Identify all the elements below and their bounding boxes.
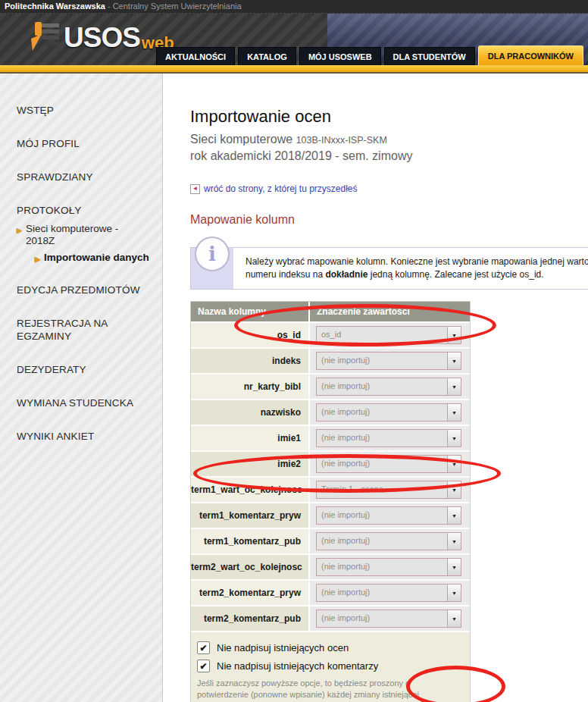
sidebar-item-dezyderaty[interactable]: DEZYDERATY — [17, 363, 145, 376]
mapping-select-nr-karty-bibl[interactable]: (nie importuj) ▼ — [316, 378, 461, 396]
protokoly-submenu: ▶ Sieci komputerowe - 2018Z ▶ Importowan… — [17, 223, 162, 265]
info-line-2: numeru indeksu na dokładnie jedną kolumn… — [246, 268, 588, 281]
table-row: term1_komentarz_pryw (nie importuj) ▼ — [191, 503, 470, 528]
sidebar-subitem-importowanie-danych[interactable]: ▶ Importowanie danych — [35, 252, 162, 265]
sidebar-subitem-label: Sieci komputerowe - 2018Z — [26, 223, 132, 247]
usos-logo-icon — [29, 20, 59, 56]
mapping-select-term1-wart-oc-kolejnosc[interactable]: Termin 1 - ocena ▼ — [316, 481, 461, 499]
tab-katalog[interactable]: KATALOG — [238, 47, 296, 65]
term-subtitle: rok akademicki 2018/2019 - sem. zimowy — [190, 149, 588, 163]
dropdown-arrow-icon[interactable]: ▼ — [447, 533, 461, 550]
main-nav-tabs: AKTUALNOŚCI KATALOG MÓJ USOSWEB DLA STUD… — [153, 45, 583, 65]
checkbox-label: Nie nadpisuj istniejących ocen — [217, 642, 349, 653]
info-line-1: Należy wybrać mapowanie kolumn. Konieczn… — [246, 255, 588, 268]
system-name: Centralny System Uwierzytelniania — [113, 2, 242, 11]
back-link-text[interactable]: wróć do strony, z której tu przyszedłeś — [204, 183, 358, 194]
dropdown-arrow-icon[interactable]: ▼ — [447, 559, 461, 575]
institution-name: Politechnika Warszawska — [5, 2, 105, 11]
mapping-select-nazwisko[interactable]: (nie importuj) ▼ — [316, 403, 461, 422]
info-box-text: Należy wybrać mapowanie kolumn. Konieczn… — [233, 248, 588, 289]
dropdown-arrow-icon[interactable]: ▼ — [447, 404, 461, 421]
mapping-select-term1-komentarz-pryw[interactable]: (nie importuj) ▼ — [316, 506, 461, 525]
tab-dla-studentow[interactable]: DLA STUDENTÓW — [384, 47, 475, 65]
table-row: indeks (nie importuj) ▼ — [191, 349, 470, 373]
section-heading: Mapowanie kolumn — [190, 213, 588, 227]
mapping-select-term2-komentarz-pryw[interactable]: (nie importuj) ▼ — [316, 584, 461, 602]
options-section: ✔ Nie nadpisuj istniejących ocen ✔ Nie n… — [191, 632, 470, 702]
info-icon: i — [195, 237, 230, 271]
table-row: nazwisko (nie importuj) ▼ — [191, 400, 470, 425]
column-name-term1-komentarz-pryw: term1_komentarz_pryw — [191, 503, 308, 528]
gold-divider-bar — [0, 65, 588, 74]
mapping-select-term2-komentarz-pub[interactable]: (nie importuj) ▼ — [316, 610, 461, 628]
table-row: term1_wart_oc_kolejnosc Termin 1 - ocena… — [191, 478, 470, 502]
options-note: Jeśli zaznaczysz powyższe opcje, to będz… — [197, 678, 462, 702]
back-link[interactable]: ◄ wróć do strony, z której tu przyszedłe… — [190, 183, 588, 194]
header-znaczenie-zawartosci: Znaczenie zawartości — [310, 302, 470, 321]
column-name-term2-komentarz-pub: term2_komentarz_pub — [191, 606, 308, 631]
table-header-row: Nazwa kolumny Znaczenie zawartości — [191, 302, 470, 321]
sidebar-item-rejestracja-na-egzaminy[interactable]: REJESTRACJA NA EGZAMINY — [17, 317, 145, 343]
course-name: Sieci komputerowe — [190, 133, 292, 146]
column-name-imie2: imie2 — [191, 452, 308, 476]
institution-separator: - — [105, 2, 113, 11]
mapping-select-term1-komentarz-pub[interactable]: (nie importuj) ▼ — [316, 532, 461, 550]
table-row: term2_wart_oc_kolejnosc (nie importuj) ▼ — [191, 555, 470, 579]
sidebar-item-sprawdziany[interactable]: SPRAWDZIANY — [17, 171, 145, 183]
mapping-select-imie2[interactable]: (nie importuj) ▼ — [316, 455, 461, 473]
bullet-arrow-icon: ▶ — [35, 253, 40, 265]
mapping-select-imie1[interactable]: (nie importuj) ▼ — [316, 429, 461, 447]
checkbox-row-nie-nadpisuj-komentarzy[interactable]: ✔ Nie nadpisuj istniejących komentarzy — [197, 660, 464, 672]
sidebar-subitem-sieci-komputerowe[interactable]: ▶ Sieci komputerowe - 2018Z — [17, 223, 162, 247]
sidebar-item-wymiana-studencka[interactable]: WYMIANA STUDENCKA — [17, 396, 145, 409]
mapping-select-os-id[interactable]: os_id ▼ — [316, 326, 461, 344]
table-row: nr_karty_bibl (nie importuj) ▼ — [191, 375, 470, 399]
dropdown-arrow-icon[interactable]: ▼ — [447, 584, 461, 601]
tab-moj-usosweb[interactable]: MÓJ USOSWEB — [299, 47, 381, 65]
sidebar-item-wstep[interactable]: WSTĘP — [17, 104, 145, 117]
course-code: 103B-INxxx-ISP-SKM — [296, 135, 387, 146]
column-name-term2-komentarz-pryw: term2_komentarz_pryw — [191, 581, 308, 605]
dropdown-arrow-icon[interactable]: ▼ — [447, 378, 461, 395]
dropdown-arrow-icon[interactable]: ▼ — [447, 610, 461, 627]
table-row: imie1 (nie importuj) ▼ — [191, 426, 470, 450]
sidebar-item-moj-profil[interactable]: MÓJ PROFIL — [17, 137, 145, 150]
usosweb-logo[interactable]: USOS web — [29, 20, 174, 56]
checkbox-row-nie-nadpisuj-ocen[interactable]: ✔ Nie nadpisuj istniejących ocen — [197, 641, 464, 654]
sidebar-item-edycja-przedmiotow[interactable]: EDYCJA PRZEDMIOTÓW — [17, 284, 145, 296]
dropdown-arrow-icon[interactable]: ▼ — [447, 456, 461, 472]
column-name-os-id: os_id — [191, 323, 308, 347]
mapping-select-term2-wart-oc-kolejnosc[interactable]: (nie importuj) ▼ — [316, 558, 461, 576]
checkbox-checked-icon[interactable]: ✔ — [197, 641, 210, 654]
column-name-indeks: indeks — [191, 349, 308, 373]
back-arrow-icon: ◄ — [190, 184, 200, 194]
course-subtitle: Sieci komputerowe 103B-INxxx-ISP-SKM — [190, 133, 588, 146]
page-title: Importowanie ocen — [190, 107, 588, 127]
dropdown-arrow-icon[interactable]: ▼ — [447, 353, 461, 369]
dropdown-arrow-icon[interactable]: ▼ — [447, 507, 461, 524]
column-name-imie1: imie1 — [191, 426, 308, 450]
checkbox-label: Nie nadpisuj istniejących komentarzy — [217, 660, 378, 672]
table-row: term2_komentarz_pryw (nie importuj) ▼ — [191, 581, 470, 605]
dropdown-arrow-icon[interactable]: ▼ — [447, 327, 461, 343]
tab-dla-pracownikow[interactable]: DLA PRACOWNIKÓW — [478, 45, 583, 65]
institution-bar: Politechnika Warszawska - Centralny Syst… — [0, 0, 588, 14]
info-box: i Należy wybrać mapowanie kolumn. Koniec… — [190, 247, 588, 290]
table-row: term1_komentarz_pub (nie importuj) ▼ — [191, 529, 470, 553]
checkbox-checked-icon[interactable]: ✔ — [197, 660, 210, 672]
column-name-nr-karty-bibl: nr_karty_bibl — [191, 375, 308, 399]
column-name-term1-komentarz-pub: term1_komentarz_pub — [191, 529, 308, 553]
column-name-term1-wart-oc-kolejnosc: term1_wart_oc_kolejnosc — [191, 478, 308, 502]
dropdown-arrow-icon[interactable]: ▼ — [447, 430, 461, 447]
header-nazwa-kolumny: Nazwa kolumny — [191, 302, 308, 321]
dropdown-arrow-icon[interactable]: ▼ — [447, 481, 461, 498]
table-row: imie2 (nie importuj) ▼ — [191, 452, 470, 476]
sidebar-item-protokoly[interactable]: PROTOKOŁY — [17, 204, 145, 217]
column-mapping-table: Nazwa kolumny Znaczenie zawartości os_id… — [190, 301, 471, 702]
sidebar-subitem-label: Importowanie danych — [44, 252, 149, 265]
tab-aktualnosci[interactable]: AKTUALNOŚCI — [156, 47, 235, 65]
table-row: term2_komentarz_pub (nie importuj) ▼ — [191, 606, 470, 631]
mapping-select-indeks[interactable]: (nie importuj) ▼ — [316, 352, 461, 370]
column-name-nazwisko: nazwisko — [191, 400, 308, 425]
sidebar-item-wyniki-ankiet[interactable]: WYNIKI ANKIET — [17, 430, 145, 443]
